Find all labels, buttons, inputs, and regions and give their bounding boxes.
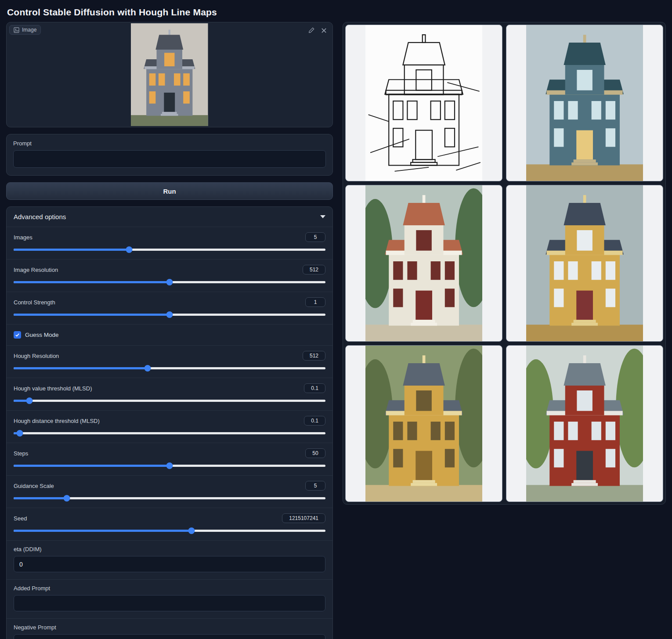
- slider-guidance-scale: Guidance Scale 5: [7, 475, 332, 508]
- gallery-item-result-3[interactable]: [506, 185, 663, 342]
- slider-guidance-scale-value[interactable]: 5: [305, 481, 325, 491]
- slider-steps-value[interactable]: 50: [305, 448, 325, 458]
- image-icon: [14, 27, 19, 33]
- generated-image: [365, 346, 482, 502]
- slider-hough-distance-threshold: Hough distance threshold (MLSD) 0.1: [7, 410, 332, 443]
- slider-handle[interactable]: [17, 430, 23, 437]
- slider-image-resolution-track[interactable]: [14, 279, 325, 285]
- gallery-item-hough-line-map[interactable]: [345, 25, 502, 181]
- slider-hough-resolution-label: Hough Resolution: [14, 353, 59, 359]
- guess-mode-checkbox[interactable]: [14, 331, 21, 339]
- page-title: Control Stable Diffusion with Hough Line…: [0, 0, 672, 22]
- slider-seed-value[interactable]: 1215107241: [282, 513, 325, 523]
- slider-hough-resolution-track[interactable]: [14, 365, 325, 372]
- output-gallery: [343, 22, 666, 505]
- slider-image-resolution-label: Image Resolution: [14, 267, 58, 273]
- main-columns: Image: [0, 22, 672, 639]
- eta-ddim-input[interactable]: [14, 556, 325, 572]
- uploaded-image[interactable]: [131, 23, 208, 126]
- slider-seed-label: Seed: [14, 515, 27, 522]
- check-icon: [15, 332, 20, 337]
- advanced-options-panel: Advanced options Images 5 Ima: [6, 206, 333, 639]
- slider-hough-resolution: Hough Resolution 512: [7, 345, 332, 378]
- input-image-panel: Image: [6, 22, 333, 127]
- slider-hough-resolution-value[interactable]: 512: [303, 351, 325, 361]
- slider-images: Images 5: [7, 227, 332, 259]
- slider-hough-value-threshold-value[interactable]: 0.1: [304, 383, 325, 393]
- gallery-item-result-2[interactable]: [345, 185, 502, 342]
- slider-seed: Seed 1215107241: [7, 508, 332, 540]
- edit-image-button[interactable]: [306, 25, 317, 36]
- slider-hough-distance-threshold-value[interactable]: 0.1: [304, 416, 325, 426]
- negative-prompt-label: Negative Prompt: [14, 624, 325, 631]
- run-button[interactable]: Run: [6, 182, 333, 200]
- guess-mode-row[interactable]: Guess Mode: [7, 324, 332, 345]
- pencil-icon: [308, 27, 314, 33]
- added-prompt-field: Added Prompt: [7, 579, 332, 618]
- slider-control-strength-label: Control Strength: [14, 299, 55, 306]
- slider-handle[interactable]: [126, 246, 132, 253]
- slider-image-resolution-value[interactable]: 512: [303, 265, 325, 274]
- slider-control-strength: Control Strength 1: [7, 292, 332, 324]
- slider-steps-label: Steps: [14, 450, 28, 457]
- close-icon: [321, 28, 327, 33]
- advanced-options-title: Advanced options: [14, 213, 66, 220]
- slider-control-strength-track[interactable]: [14, 311, 325, 318]
- slider-control-strength-value[interactable]: 1: [305, 297, 325, 307]
- slider-images-track[interactable]: [14, 246, 325, 253]
- negative-prompt-input[interactable]: [14, 634, 325, 639]
- controls-column: Image: [6, 22, 333, 639]
- slider-steps-track[interactable]: [14, 462, 325, 469]
- slider-images-label: Images: [14, 234, 33, 241]
- slider-images-value[interactable]: 5: [305, 232, 325, 242]
- slider-handle[interactable]: [145, 365, 151, 372]
- prompt-label: Prompt: [13, 140, 326, 147]
- slider-hough-distance-threshold-label: Hough distance threshold (MLSD): [14, 418, 100, 424]
- slider-guidance-scale-label: Guidance Scale: [14, 483, 54, 489]
- remove-image-button[interactable]: [318, 25, 329, 36]
- slider-handle[interactable]: [63, 495, 70, 502]
- slider-guidance-scale-track[interactable]: [14, 495, 325, 502]
- slider-hough-value-threshold-label: Hough value threshold (MLSD): [14, 385, 92, 392]
- generated-image: [365, 25, 482, 181]
- eta-ddim-label: eta (DDIM): [14, 546, 325, 552]
- added-prompt-label: Added Prompt: [14, 585, 325, 592]
- slider-handle[interactable]: [166, 279, 173, 285]
- generated-image: [526, 346, 643, 502]
- slider-hough-value-threshold: Hough value threshold (MLSD) 0.1: [7, 378, 332, 410]
- gallery-item-result-1[interactable]: [506, 25, 663, 181]
- slider-handle[interactable]: [188, 527, 195, 534]
- image-label: Image: [22, 27, 36, 33]
- slider-seed-track[interactable]: [14, 527, 325, 534]
- slider-hough-value-threshold-track[interactable]: [14, 397, 325, 404]
- slider-image-resolution: Image Resolution 512: [7, 259, 332, 292]
- results-column: [343, 22, 666, 505]
- slider-handle[interactable]: [166, 462, 173, 469]
- eta-ddim-field: eta (DDIM): [7, 540, 332, 579]
- app-window: Control Stable Diffusion with Hough Line…: [0, 0, 672, 639]
- guess-mode-label: Guess Mode: [25, 332, 59, 338]
- prompt-panel: Prompt: [6, 134, 333, 176]
- prompt-input[interactable]: [13, 150, 326, 168]
- slider-handle[interactable]: [166, 311, 173, 318]
- advanced-options-header[interactable]: Advanced options: [7, 207, 332, 227]
- generated-image: [365, 185, 482, 341]
- image-label-tab: Image: [9, 25, 41, 35]
- generated-image: [526, 185, 643, 341]
- gallery-item-result-5[interactable]: [506, 345, 663, 502]
- added-prompt-input[interactable]: [14, 595, 325, 611]
- generated-image: [526, 25, 643, 181]
- chevron-down-icon: [320, 215, 325, 218]
- negative-prompt-field: Negative Prompt: [7, 618, 332, 639]
- slider-handle[interactable]: [26, 397, 33, 404]
- slider-steps: Steps 50: [7, 443, 332, 475]
- slider-hough-distance-threshold-track[interactable]: [14, 430, 325, 437]
- gallery-item-result-4[interactable]: [345, 345, 502, 502]
- image-actions: [306, 25, 329, 36]
